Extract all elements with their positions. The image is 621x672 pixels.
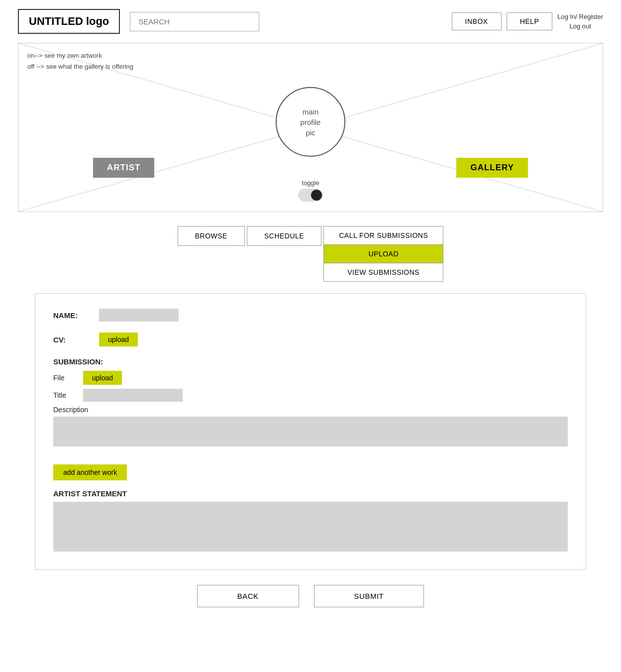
cv-upload-button[interactable]: upload — [99, 333, 138, 346]
toggle-area: toggle — [298, 179, 323, 202]
file-label: File — [53, 374, 78, 382]
schedule-tab[interactable]: SCHEDULE — [247, 226, 321, 246]
bottom-nav: BACK SUBMIT — [0, 585, 621, 607]
gallery-label: GALLERY — [456, 158, 528, 178]
file-row: File upload — [53, 371, 568, 385]
title-row: Title — [53, 389, 568, 402]
title-input[interactable] — [83, 389, 183, 402]
tab-dropdown: CALL FOR SUBMISSIONS UPLOAD VIEW SUBMISS… — [323, 226, 443, 281]
hero-info: on--> see my own artwork off --> see wha… — [27, 50, 133, 72]
upload-tab[interactable]: UPLOAD — [323, 244, 443, 263]
profile-text: mainprofilepic — [301, 106, 321, 137]
search-input[interactable] — [130, 12, 259, 31]
on-label: on--> see my own artwork — [27, 50, 133, 61]
name-input[interactable] — [99, 309, 179, 322]
header-nav: INBOX HELP Log In/ Register Log out — [452, 12, 603, 31]
tabs-row: BROWSE SCHEDULE CALL FOR SUBMISSIONS UPL… — [0, 226, 621, 281]
artist-statement-textarea[interactable] — [53, 502, 568, 552]
off-label: off --> see what the gallery is offering — [27, 61, 133, 72]
cv-label: CV: — [53, 336, 93, 344]
help-button[interactable]: HELP — [507, 12, 553, 30]
name-row: NAME: — [53, 309, 568, 322]
cv-row: CV: upload — [53, 333, 568, 346]
call-for-submissions-tab[interactable]: CALL FOR SUBMISSIONS — [323, 226, 443, 245]
submission-label: SUBMISSION: — [53, 357, 568, 366]
logout-link[interactable]: Log out — [557, 21, 603, 31]
user-links: Log In/ Register Log out — [557, 12, 603, 31]
form-panel: NAME: CV: upload SUBMISSION: File upload… — [35, 293, 586, 570]
toggle-switch[interactable] — [298, 189, 323, 202]
description-textarea[interactable] — [53, 417, 568, 447]
submission-block: SUBMISSION: File upload Title Descriptio… — [53, 357, 568, 447]
name-label: NAME: — [53, 311, 93, 320]
toggle-label: toggle — [302, 179, 319, 187]
artist-statement-label: ARTIST STATEMENT — [53, 489, 568, 498]
profile-circle: mainprofilepic — [276, 87, 345, 157]
header: UNTITLED logo INBOX HELP Log In/ Registe… — [0, 0, 621, 43]
file-upload-button[interactable]: upload — [83, 371, 122, 385]
hero-banner: on--> see my own artwork off --> see wha… — [18, 43, 603, 212]
title-label: Title — [53, 391, 78, 399]
toggle-knob — [311, 190, 322, 201]
inbox-button[interactable]: INBOX — [452, 12, 502, 30]
add-another-work-button[interactable]: add another work — [53, 464, 127, 480]
register-link[interactable]: Log In/ Register — [557, 12, 603, 22]
submit-button[interactable]: SUBMIT — [314, 585, 424, 607]
artist-label: ARTIST — [93, 158, 154, 178]
logo: UNTITLED logo — [18, 9, 120, 34]
back-button[interactable]: BACK — [197, 585, 299, 607]
view-submissions-tab[interactable]: VIEW SUBMISSIONS — [323, 263, 443, 282]
browse-tab[interactable]: BROWSE — [178, 226, 245, 246]
description-label: Description — [53, 406, 568, 414]
